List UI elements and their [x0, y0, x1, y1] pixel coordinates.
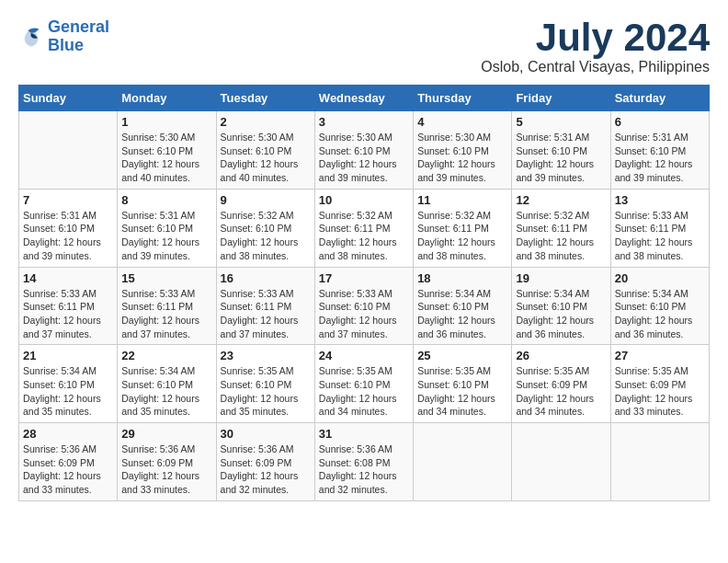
header-friday: Friday — [512, 86, 610, 111]
logo-icon — [18, 24, 44, 50]
calendar-cell: 4Sunrise: 5:30 AMSunset: 6:10 PMDaylight… — [414, 111, 512, 190]
day-number: 31 — [319, 427, 409, 441]
calendar-cell: 22Sunrise: 5:34 AMSunset: 6:10 PMDayligh… — [118, 345, 216, 423]
location: Oslob, Central Visayas, Philippines — [481, 59, 710, 75]
day-info: Sunrise: 5:31 AMSunset: 6:10 PMDaylight:… — [615, 131, 705, 185]
calendar-cell: 27Sunrise: 5:35 AMSunset: 6:09 PMDayligh… — [610, 345, 709, 423]
day-info: Sunrise: 5:32 AMSunset: 6:11 PMDaylight:… — [319, 209, 409, 263]
calendar-cell: 21Sunrise: 5:34 AMSunset: 6:10 PMDayligh… — [19, 345, 118, 423]
day-info: Sunrise: 5:33 AMSunset: 6:11 PMDaylight:… — [221, 287, 311, 341]
calendar-cell — [512, 423, 610, 501]
calendar-cell: 16Sunrise: 5:33 AMSunset: 6:11 PMDayligh… — [216, 267, 314, 345]
day-number: 16 — [221, 271, 311, 285]
calendar-cell: 12Sunrise: 5:32 AMSunset: 6:11 PMDayligh… — [512, 189, 610, 267]
header-saturday: Saturday — [610, 86, 709, 111]
calendar-cell: 11Sunrise: 5:32 AMSunset: 6:11 PMDayligh… — [414, 189, 512, 267]
calendar-cell: 3Sunrise: 5:30 AMSunset: 6:10 PMDaylight… — [314, 111, 413, 190]
title-section: July 2024 Oslob, Central Visayas, Philip… — [481, 18, 710, 75]
day-info: Sunrise: 5:30 AMSunset: 6:10 PMDaylight:… — [121, 131, 211, 185]
day-number: 28 — [23, 427, 113, 441]
day-number: 23 — [221, 349, 311, 362]
day-number: 2 — [221, 115, 311, 129]
calendar-cell — [610, 423, 709, 501]
day-info: Sunrise: 5:35 AMSunset: 6:09 PMDaylight:… — [516, 364, 606, 419]
day-number: 13 — [615, 193, 705, 207]
calendar-cell: 1Sunrise: 5:30 AMSunset: 6:10 PMDaylight… — [118, 111, 216, 190]
day-number: 6 — [615, 115, 705, 129]
day-number: 27 — [615, 349, 705, 362]
day-info: Sunrise: 5:30 AMSunset: 6:10 PMDaylight:… — [319, 131, 409, 185]
day-number: 9 — [221, 193, 311, 207]
calendar-cell: 17Sunrise: 5:33 AMSunset: 6:10 PMDayligh… — [314, 267, 413, 345]
calendar-cell: 23Sunrise: 5:35 AMSunset: 6:10 PMDayligh… — [216, 345, 314, 423]
calendar-cell: 31Sunrise: 5:36 AMSunset: 6:08 PMDayligh… — [314, 423, 413, 501]
calendar-week-row: 14Sunrise: 5:33 AMSunset: 6:11 PMDayligh… — [19, 267, 710, 345]
day-info: Sunrise: 5:32 AMSunset: 6:11 PMDaylight:… — [516, 209, 606, 263]
day-info: Sunrise: 5:36 AMSunset: 6:09 PMDaylight:… — [23, 442, 113, 497]
calendar-week-row: 1Sunrise: 5:30 AMSunset: 6:10 PMDaylight… — [19, 111, 710, 190]
day-info: Sunrise: 5:32 AMSunset: 6:10 PMDaylight:… — [221, 209, 311, 263]
calendar-cell: 14Sunrise: 5:33 AMSunset: 6:11 PMDayligh… — [19, 267, 118, 345]
day-info: Sunrise: 5:35 AMSunset: 6:10 PMDaylight:… — [221, 364, 311, 419]
calendar-cell: 26Sunrise: 5:35 AMSunset: 6:09 PMDayligh… — [512, 345, 610, 423]
calendar-cell: 30Sunrise: 5:36 AMSunset: 6:09 PMDayligh… — [216, 423, 314, 501]
day-number: 24 — [319, 349, 409, 362]
day-number: 29 — [121, 427, 211, 441]
header-wednesday: Wednesday — [314, 86, 413, 111]
day-info: Sunrise: 5:33 AMSunset: 6:10 PMDaylight:… — [319, 287, 409, 341]
day-info: Sunrise: 5:32 AMSunset: 6:11 PMDaylight:… — [417, 209, 507, 263]
day-number: 20 — [615, 271, 705, 285]
day-info: Sunrise: 5:34 AMSunset: 6:10 PMDaylight:… — [417, 287, 507, 341]
calendar-cell: 9Sunrise: 5:32 AMSunset: 6:10 PMDaylight… — [216, 189, 314, 267]
day-info: Sunrise: 5:33 AMSunset: 6:11 PMDaylight:… — [121, 287, 211, 341]
calendar-cell: 25Sunrise: 5:35 AMSunset: 6:10 PMDayligh… — [414, 345, 512, 423]
day-info: Sunrise: 5:34 AMSunset: 6:10 PMDaylight:… — [23, 364, 113, 419]
day-number: 5 — [516, 115, 606, 129]
day-number: 10 — [319, 193, 409, 207]
day-number: 12 — [516, 193, 606, 207]
day-number: 3 — [319, 115, 409, 129]
month-title: July 2024 — [481, 18, 710, 57]
day-number: 1 — [121, 115, 211, 129]
day-info: Sunrise: 5:36 AMSunset: 6:09 PMDaylight:… — [121, 442, 211, 497]
day-number: 22 — [121, 349, 211, 362]
calendar-cell: 29Sunrise: 5:36 AMSunset: 6:09 PMDayligh… — [118, 423, 216, 501]
calendar-cell: 2Sunrise: 5:30 AMSunset: 6:10 PMDaylight… — [216, 111, 314, 190]
calendar-cell — [414, 423, 512, 501]
day-number: 14 — [23, 271, 113, 285]
calendar-cell: 28Sunrise: 5:36 AMSunset: 6:09 PMDayligh… — [19, 423, 118, 501]
calendar-header-row: SundayMondayTuesdayWednesdayThursdayFrid… — [19, 86, 710, 111]
calendar-table: SundayMondayTuesdayWednesdayThursdayFrid… — [18, 85, 710, 501]
day-info: Sunrise: 5:31 AMSunset: 6:10 PMDaylight:… — [23, 209, 113, 263]
day-number: 11 — [417, 193, 507, 207]
page-header: General Blue July 2024 Oslob, Central Vi… — [18, 18, 710, 75]
day-number: 30 — [221, 427, 311, 441]
calendar-cell: 5Sunrise: 5:31 AMSunset: 6:10 PMDaylight… — [512, 111, 610, 190]
day-info: Sunrise: 5:35 AMSunset: 6:09 PMDaylight:… — [615, 364, 705, 419]
day-number: 7 — [23, 193, 113, 207]
calendar-week-row: 28Sunrise: 5:36 AMSunset: 6:09 PMDayligh… — [19, 423, 710, 501]
day-info: Sunrise: 5:34 AMSunset: 6:10 PMDaylight:… — [516, 287, 606, 341]
day-info: Sunrise: 5:30 AMSunset: 6:10 PMDaylight:… — [221, 131, 311, 185]
day-number: 19 — [516, 271, 606, 285]
day-info: Sunrise: 5:33 AMSunset: 6:11 PMDaylight:… — [615, 209, 705, 263]
calendar-week-row: 21Sunrise: 5:34 AMSunset: 6:10 PMDayligh… — [19, 345, 710, 423]
day-number: 8 — [121, 193, 211, 207]
calendar-cell: 7Sunrise: 5:31 AMSunset: 6:10 PMDaylight… — [19, 189, 118, 267]
calendar-cell: 24Sunrise: 5:35 AMSunset: 6:10 PMDayligh… — [314, 345, 413, 423]
day-info: Sunrise: 5:33 AMSunset: 6:11 PMDaylight:… — [23, 287, 113, 341]
calendar-cell: 18Sunrise: 5:34 AMSunset: 6:10 PMDayligh… — [414, 267, 512, 345]
day-info: Sunrise: 5:31 AMSunset: 6:10 PMDaylight:… — [516, 131, 606, 185]
day-info: Sunrise: 5:35 AMSunset: 6:10 PMDaylight:… — [319, 364, 409, 419]
day-number: 15 — [121, 271, 211, 285]
calendar-cell: 8Sunrise: 5:31 AMSunset: 6:10 PMDaylight… — [118, 189, 216, 267]
day-number: 4 — [417, 115, 507, 129]
calendar-cell: 10Sunrise: 5:32 AMSunset: 6:11 PMDayligh… — [314, 189, 413, 267]
day-info: Sunrise: 5:34 AMSunset: 6:10 PMDaylight:… — [121, 364, 211, 419]
day-info: Sunrise: 5:36 AMSunset: 6:08 PMDaylight:… — [319, 442, 409, 497]
day-number: 25 — [417, 349, 507, 362]
header-sunday: Sunday — [19, 86, 118, 111]
day-info: Sunrise: 5:34 AMSunset: 6:10 PMDaylight:… — [615, 287, 705, 341]
calendar-cell: 15Sunrise: 5:33 AMSunset: 6:11 PMDayligh… — [118, 267, 216, 345]
day-number: 18 — [417, 271, 507, 285]
